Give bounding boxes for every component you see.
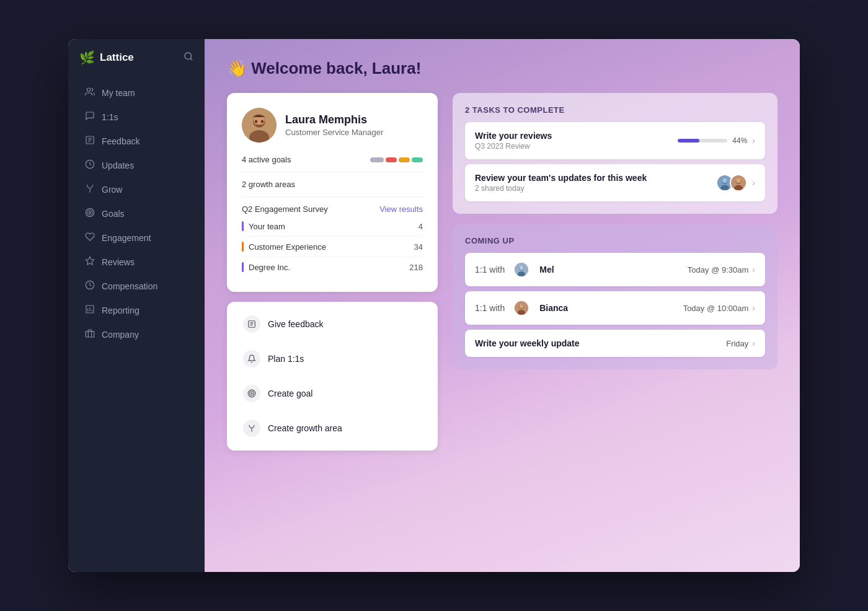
- task-chevron-2: ›: [752, 178, 755, 188]
- left-column: Laura Memphis Customer Service Manager 4…: [227, 93, 438, 451]
- svg-marker-11: [86, 257, 94, 265]
- logo-text: Lattice: [100, 51, 134, 64]
- team-name-degree: Degree Inc.: [249, 263, 290, 272]
- team-name-cx: Customer Experience: [249, 242, 326, 252]
- welcome-title: 👋 Welcome back, Laura!: [227, 59, 777, 78]
- view-results-link[interactable]: View results: [379, 204, 423, 214]
- svg-point-42: [520, 266, 524, 270]
- event-1-1-mel[interactable]: 1:1 with Mel: [465, 253, 765, 286]
- team-name-your-team: Your team: [249, 222, 285, 231]
- event-prefix-bianca: 1:1 with: [475, 303, 505, 313]
- sidebar-item-engagement[interactable]: Engagement: [73, 226, 200, 249]
- sidebar-item-reporting[interactable]: Reporting: [73, 299, 200, 322]
- sidebar-item-my-team[interactable]: My team: [73, 81, 200, 104]
- task-review-updates-title: Review your team's updates for this week: [475, 173, 716, 183]
- event-chevron-weekly: ›: [752, 338, 755, 348]
- task-write-reviews-title: Write your reviews: [475, 131, 678, 141]
- progress-bar-container: [678, 139, 727, 143]
- event-left-bianca: 1:1 with Bianca: [475, 300, 568, 316]
- svg-rect-17: [86, 332, 94, 337]
- goals-icon: [84, 208, 95, 219]
- goal-segment-4: [412, 157, 423, 162]
- sidebar-item-company[interactable]: Company: [73, 323, 200, 346]
- sidebar-item-grow[interactable]: Grow: [73, 178, 200, 201]
- sidebar: 🌿 Lattice My team: [68, 39, 205, 572]
- sidebar-item-feedback[interactable]: Feedback: [73, 130, 200, 152]
- svg-point-22: [255, 120, 257, 123]
- sidebar-item-goals[interactable]: Goals: [73, 202, 200, 225]
- team-section: Your team 4 Customer Experience 34: [242, 216, 423, 277]
- task-review-updates[interactable]: Review your team's updates for this week…: [465, 164, 765, 201]
- give-feedback-action[interactable]: Give feedback: [229, 307, 435, 341]
- task-review-updates-right: ›: [716, 174, 755, 191]
- quick-actions: Give feedback Plan 1:1s: [227, 302, 438, 451]
- event-right-bianca: Today @ 10:00am ›: [683, 303, 755, 313]
- svg-point-30: [251, 393, 252, 394]
- content-grid: Laura Memphis Customer Service Manager 4…: [227, 93, 777, 451]
- task-write-reviews-info: Write your reviews Q3 2023 Review: [475, 131, 678, 151]
- task-write-reviews-subtitle: Q3 2023 Review: [475, 142, 678, 151]
- event-name-bianca: Bianca: [539, 303, 568, 313]
- event-right-weekly: Friday ›: [726, 338, 755, 348]
- svg-point-9: [87, 210, 92, 215]
- sidebar-item-company-label: Company: [102, 330, 139, 340]
- sidebar-item-reviews[interactable]: Reviews: [73, 250, 200, 273]
- reporting-icon: [84, 304, 95, 316]
- company-icon: [84, 328, 95, 340]
- plan-1-1s-label: Plan 1:1s: [268, 354, 304, 364]
- svg-line-1: [190, 58, 192, 60]
- goal-segment-1: [370, 157, 384, 162]
- avatar: [242, 108, 277, 143]
- search-icon[interactable]: [184, 51, 193, 64]
- tasks-header: 2 tasks to complete: [465, 105, 765, 115]
- svg-point-45: [518, 310, 525, 315]
- survey-label: Q2 Engagement Survey: [242, 204, 328, 214]
- svg-point-10: [89, 212, 91, 214]
- main-content: 👋 Welcome back, Laura!: [205, 39, 800, 572]
- grow-icon: [84, 183, 95, 195]
- compensation-icon: [84, 280, 95, 292]
- sidebar-item-engagement-label: Engagement: [102, 233, 151, 243]
- event-avatar-mel: [513, 262, 529, 278]
- team-row-your-team: Your team 4: [242, 216, 423, 237]
- coming-up-panel: Coming up 1:1 with: [453, 224, 777, 369]
- sidebar-item-feedback-label: Feedback: [102, 136, 140, 146]
- svg-point-46: [520, 304, 524, 309]
- profile-info: Laura Memphis Customer Service Manager: [285, 113, 383, 137]
- profile-card: Laura Memphis Customer Service Manager 4…: [227, 93, 438, 292]
- sidebar-item-compensation-label: Compensation: [102, 281, 157, 291]
- event-name-mel: Mel: [539, 265, 554, 275]
- sidebar-item-compensation[interactable]: Compensation: [73, 275, 200, 297]
- plan-1-1s-action[interactable]: Plan 1:1s: [229, 341, 435, 376]
- sidebar-item-1-1s[interactable]: 1:1s: [73, 105, 200, 128]
- event-left-mel: 1:1 with Mel: [475, 262, 554, 278]
- event-1-1-bianca[interactable]: 1:1 with Bianca: [465, 291, 765, 325]
- sidebar-item-reviews-label: Reviews: [102, 257, 135, 267]
- coming-up-header: Coming up: [465, 236, 765, 245]
- task-write-reviews[interactable]: Write your reviews Q3 2023 Review 44% ›: [465, 122, 765, 159]
- task-write-reviews-right: 44% ›: [678, 136, 755, 146]
- profile-header: Laura Memphis Customer Service Manager: [242, 108, 423, 143]
- goal-segment-2: [386, 157, 397, 162]
- event-chevron-mel: ›: [752, 265, 755, 275]
- avatar-small-2: [730, 174, 747, 191]
- team-count-your-team: 4: [418, 222, 423, 231]
- event-weekly-update[interactable]: Write your weekly update Friday ›: [465, 330, 765, 357]
- sidebar-item-my-team-label: My team: [102, 88, 135, 98]
- sidebar-header: 🌿 Lattice: [68, 39, 205, 76]
- sidebar-nav: My team 1:1s Feedback: [68, 76, 205, 351]
- event-time-weekly: Friday: [726, 339, 748, 348]
- create-growth-label: Create growth area: [268, 423, 342, 433]
- my-team-icon: [84, 87, 95, 99]
- svg-point-37: [734, 185, 743, 191]
- give-feedback-icon: [243, 315, 260, 333]
- create-goal-action[interactable]: Create goal: [229, 376, 435, 411]
- create-growth-action[interactable]: Create growth area: [229, 411, 435, 446]
- survey-stat-row: Q2 Engagement Survey View results: [242, 204, 423, 214]
- svg-point-8: [86, 208, 94, 216]
- logo-icon: 🌿: [79, 50, 95, 65]
- task-chevron-1: ›: [752, 136, 755, 146]
- progress-text: 44%: [732, 136, 747, 145]
- svg-point-2: [87, 88, 90, 91]
- sidebar-item-updates[interactable]: Updates: [73, 154, 200, 177]
